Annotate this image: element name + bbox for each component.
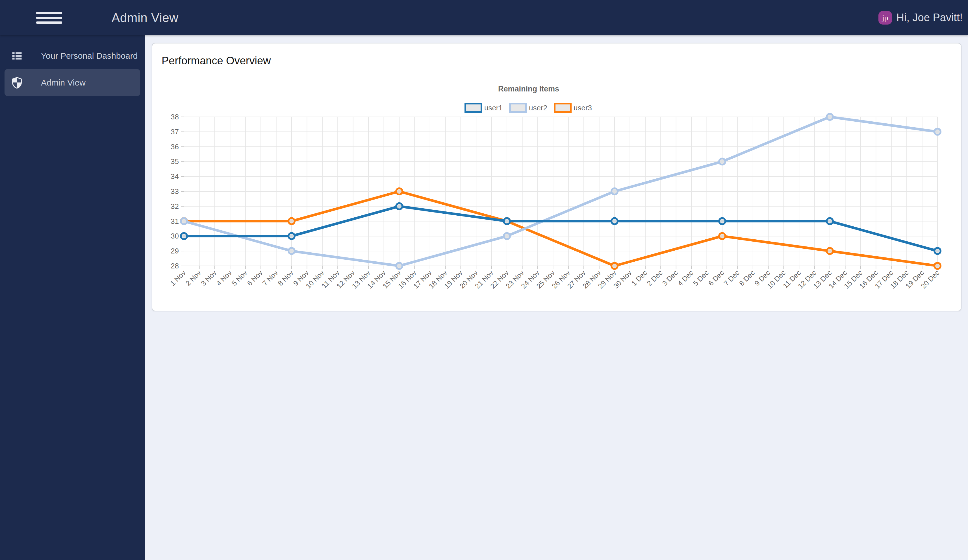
series-user2-point [396, 263, 402, 269]
series-user3-point [934, 263, 941, 269]
y-axis-label: 38 [171, 112, 179, 121]
x-axis-label: 5 Dec [691, 269, 710, 287]
series-user1-point [827, 218, 833, 225]
sidebar-item-label: Admin View [41, 78, 86, 88]
y-axis-label: 34 [171, 172, 179, 181]
y-axis-label: 31 [171, 217, 179, 226]
series-user1-point [396, 203, 402, 210]
series-user3-point [827, 248, 833, 254]
legend-swatch [555, 104, 571, 112]
series-user2-point [288, 248, 295, 254]
series-user1-point [181, 233, 187, 239]
x-axis-label: 4 Dec [676, 269, 695, 287]
series-user3-point [612, 263, 618, 269]
series-user3-point [288, 218, 295, 225]
x-axis-label: 5 Nov [230, 268, 249, 287]
series-user2-point [612, 188, 618, 195]
y-axis-label: 35 [171, 157, 179, 166]
y-axis-label: 29 [171, 247, 179, 255]
x-axis-label: 2 Nov [184, 268, 202, 287]
legend-item-user1[interactable]: user1 [465, 104, 503, 112]
x-axis-label: 7 Dec [722, 269, 741, 287]
series-user2-point [504, 233, 510, 239]
sidebar-item-admin-view[interactable]: Admin View [5, 69, 140, 96]
series-user1-point [504, 218, 510, 225]
sidebar-item-label: Your Personal Dashboard [41, 51, 138, 61]
main-content: Performance Overview 1 Nov2 Nov3 Nov4 No… [145, 35, 968, 560]
series-user1-point [612, 218, 618, 225]
y-axis-label: 33 [171, 187, 179, 196]
chart-legend: user1user2user3 [465, 104, 592, 112]
x-axis-label: 8 Dec [738, 269, 756, 287]
hamburger-menu-icon[interactable] [36, 12, 62, 24]
avatar-initials: jp [882, 13, 888, 22]
series-user3-line [184, 192, 938, 266]
performance-overview-card: Performance Overview 1 Nov2 Nov3 Nov4 No… [152, 43, 961, 311]
y-axis-label: 28 [171, 262, 179, 270]
y-axis-label: 32 [171, 202, 179, 211]
series-user3-point [396, 188, 402, 195]
y-axis-label: 30 [171, 232, 179, 240]
series-user2-point [827, 114, 833, 120]
legend-label: user1 [484, 104, 503, 112]
series-user2-point [719, 159, 725, 165]
legend-swatch [510, 104, 526, 112]
x-axis-label: 1 Dec [630, 269, 648, 287]
user-greeting: Hi, Joe Pavitt! [897, 12, 963, 24]
performance-chart: 1 Nov2 Nov3 Nov4 Nov5 Nov6 Nov7 Nov8 Nov… [152, 43, 962, 312]
x-axis-label: 3 Nov [199, 268, 218, 287]
sidebar-nav: Your Personal Dashboard Admin View [0, 35, 145, 560]
series-user1-point [719, 218, 725, 225]
legend-label: user2 [529, 104, 547, 112]
y-axis-label: 37 [171, 127, 179, 136]
shield-icon [11, 76, 23, 89]
top-app-bar: Admin View jp Hi, Joe Pavitt! [0, 0, 968, 35]
x-axis-label: 2 Dec [645, 269, 664, 287]
series-user1-point [934, 248, 941, 254]
user-box: jp Hi, Joe Pavitt! [878, 0, 963, 35]
x-axis-label: 4 Nov [215, 268, 234, 287]
x-axis-label: 7 Nov [261, 268, 279, 287]
sidebar-item-personal-dashboard[interactable]: Your Personal Dashboard [5, 42, 140, 69]
x-axis-label: 6 Nov [245, 268, 264, 287]
x-axis-label: 3 Dec [661, 269, 679, 287]
series-user3-point [719, 233, 725, 239]
chart-title: Remaining Items [498, 85, 559, 93]
app-title: Admin View [112, 11, 179, 25]
x-axis-label: 6 Dec [707, 269, 726, 287]
avatar[interactable]: jp [878, 11, 892, 25]
series-user2-point [181, 218, 187, 225]
x-axis-label: 8 Nov [276, 268, 295, 287]
legend-item-user3[interactable]: user3 [555, 104, 592, 112]
legend-label: user3 [574, 104, 592, 112]
y-axis-label: 36 [171, 142, 179, 151]
list-icon [11, 50, 23, 62]
legend-swatch [465, 104, 481, 112]
legend-item-user2[interactable]: user2 [510, 104, 547, 112]
x-axis-label: 1 Nov [169, 268, 187, 287]
series-user1-point [288, 233, 295, 239]
series-user2-point [934, 129, 941, 135]
